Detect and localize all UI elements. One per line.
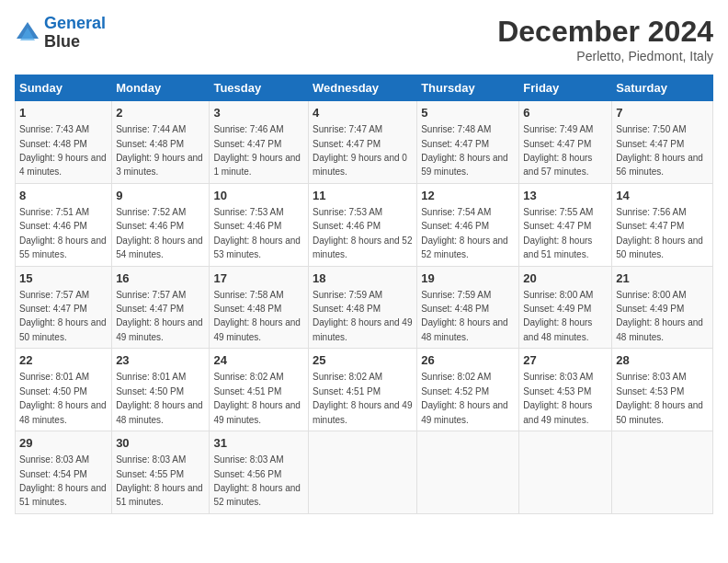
logo: General Blue [15, 15, 106, 52]
calendar-cell: 22Sunrise: 8:01 AMSunset: 4:50 PMDayligh… [16, 349, 112, 431]
day-number: 15 [19, 270, 108, 287]
main-title: December 2024 [497, 15, 713, 49]
day-number: 25 [313, 352, 413, 369]
day-number: 29 [19, 435, 108, 452]
calendar-cell: 18Sunrise: 7:59 AMSunset: 4:48 PMDayligh… [309, 266, 417, 349]
calendar-cell: 8Sunrise: 7:51 AMSunset: 4:46 PMDaylight… [16, 183, 112, 266]
day-info: Sunrise: 7:51 AMSunset: 4:46 PMDaylight:… [19, 207, 107, 259]
calendar-cell: 9Sunrise: 7:52 AMSunset: 4:46 PMDaylight… [112, 183, 210, 266]
calendar-cell: 25Sunrise: 8:02 AMSunset: 4:51 PMDayligh… [309, 349, 417, 431]
day-info: Sunrise: 7:59 AMSunset: 4:48 PMDaylight:… [313, 290, 412, 342]
day-number: 9 [116, 188, 205, 204]
day-info: Sunrise: 8:02 AMSunset: 4:51 PMDaylight:… [313, 372, 412, 424]
logo-text: General Blue [44, 15, 106, 52]
calendar-cell: 10Sunrise: 7:53 AMSunset: 4:46 PMDayligh… [210, 183, 309, 266]
calendar-cell: 4Sunrise: 7:47 AMSunset: 4:47 PMDaylight… [309, 101, 417, 184]
day-number: 8 [19, 188, 108, 204]
day-info: Sunrise: 8:01 AMSunset: 4:50 PMDaylight:… [19, 372, 107, 424]
day-number: 28 [616, 352, 709, 369]
calendar-week-row: 22Sunrise: 8:01 AMSunset: 4:50 PMDayligh… [16, 349, 713, 431]
calendar-cell: 12Sunrise: 7:54 AMSunset: 4:46 PMDayligh… [417, 183, 519, 266]
calendar-cell: 6Sunrise: 7:49 AMSunset: 4:47 PMDaylight… [519, 101, 612, 184]
day-info: Sunrise: 7:52 AMSunset: 4:46 PMDaylight:… [116, 207, 203, 259]
calendar-cell: 24Sunrise: 8:02 AMSunset: 4:51 PMDayligh… [210, 349, 309, 431]
day-number: 12 [421, 188, 515, 204]
day-number: 31 [213, 435, 304, 452]
calendar-cell: 19Sunrise: 7:59 AMSunset: 4:48 PMDayligh… [417, 266, 519, 349]
day-number: 22 [19, 352, 108, 369]
calendar-cell: 30Sunrise: 8:03 AMSunset: 4:55 PMDayligh… [112, 431, 210, 514]
day-info: Sunrise: 8:03 AMSunset: 4:55 PMDaylight:… [116, 454, 203, 507]
calendar-cell: 31Sunrise: 8:03 AMSunset: 4:56 PMDayligh… [210, 431, 309, 514]
calendar-week-row: 15Sunrise: 7:57 AMSunset: 4:47 PMDayligh… [16, 266, 713, 349]
day-number: 6 [523, 105, 608, 121]
calendar-week-row: 8Sunrise: 7:51 AMSunset: 4:46 PMDaylight… [16, 183, 713, 266]
header-day-saturday: Saturday [612, 75, 713, 101]
day-info: Sunrise: 7:46 AMSunset: 4:47 PMDaylight:… [213, 124, 301, 177]
day-number: 14 [616, 188, 709, 204]
day-number: 4 [313, 105, 413, 121]
day-number: 7 [616, 105, 709, 121]
calendar-table: SundayMondayTuesdayWednesdayThursdayFrid… [15, 75, 713, 514]
day-info: Sunrise: 7:54 AMSunset: 4:46 PMDaylight:… [421, 207, 508, 259]
day-info: Sunrise: 7:48 AMSunset: 4:47 PMDaylight:… [421, 124, 508, 177]
day-number: 23 [116, 352, 205, 369]
page-header: General Blue December 2024 Perletto, Pie… [15, 15, 713, 63]
day-number: 24 [213, 352, 304, 369]
calendar-cell: 1Sunrise: 7:43 AMSunset: 4:48 PMDaylight… [16, 101, 112, 184]
calendar-cell: 20Sunrise: 8:00 AMSunset: 4:49 PMDayligh… [519, 266, 612, 349]
day-number: 17 [213, 270, 304, 287]
day-number: 13 [523, 188, 608, 204]
calendar-cell: 2Sunrise: 7:44 AMSunset: 4:48 PMDaylight… [112, 101, 210, 184]
day-info: Sunrise: 7:43 AMSunset: 4:48 PMDaylight:… [19, 124, 107, 177]
header-day-sunday: Sunday [16, 75, 112, 101]
day-number: 3 [213, 105, 304, 121]
calendar-cell [612, 431, 713, 514]
calendar-cell: 14Sunrise: 7:56 AMSunset: 4:47 PMDayligh… [612, 183, 713, 266]
day-info: Sunrise: 7:53 AMSunset: 4:46 PMDaylight:… [313, 207, 412, 259]
day-info: Sunrise: 8:02 AMSunset: 4:52 PMDaylight:… [421, 372, 508, 424]
day-number: 2 [116, 105, 205, 121]
day-info: Sunrise: 7:57 AMSunset: 4:47 PMDaylight:… [19, 290, 107, 342]
day-info: Sunrise: 8:03 AMSunset: 4:53 PMDaylight:… [523, 372, 593, 424]
logo-line1: General [44, 14, 106, 32]
day-number: 5 [421, 105, 515, 121]
calendar-cell: 29Sunrise: 8:03 AMSunset: 4:54 PMDayligh… [16, 431, 112, 514]
day-number: 19 [421, 270, 515, 287]
day-number: 26 [421, 352, 515, 369]
calendar-header-row: SundayMondayTuesdayWednesdayThursdayFrid… [16, 75, 713, 101]
day-info: Sunrise: 7:53 AMSunset: 4:46 PMDaylight:… [213, 207, 301, 259]
day-info: Sunrise: 8:03 AMSunset: 4:53 PMDaylight:… [616, 372, 703, 424]
day-info: Sunrise: 7:55 AMSunset: 4:47 PMDaylight:… [523, 207, 593, 259]
calendar-cell: 21Sunrise: 8:00 AMSunset: 4:49 PMDayligh… [612, 266, 713, 349]
header-day-wednesday: Wednesday [309, 75, 417, 101]
calendar-cell [519, 431, 612, 514]
calendar-cell: 28Sunrise: 8:03 AMSunset: 4:53 PMDayligh… [612, 349, 713, 431]
header-day-friday: Friday [519, 75, 612, 101]
calendar-cell: 5Sunrise: 7:48 AMSunset: 4:47 PMDaylight… [417, 101, 519, 184]
header-day-monday: Monday [112, 75, 210, 101]
logo-line2: Blue [44, 33, 106, 52]
subtitle: Perletto, Piedmont, Italy [497, 49, 713, 63]
calendar-cell: 11Sunrise: 7:53 AMSunset: 4:46 PMDayligh… [309, 183, 417, 266]
calendar-cell [417, 431, 519, 514]
day-info: Sunrise: 7:49 AMSunset: 4:47 PMDaylight:… [523, 124, 593, 177]
day-info: Sunrise: 8:00 AMSunset: 4:49 PMDaylight:… [616, 290, 703, 342]
calendar-cell: 17Sunrise: 7:58 AMSunset: 4:48 PMDayligh… [210, 266, 309, 349]
day-info: Sunrise: 7:57 AMSunset: 4:47 PMDaylight:… [116, 290, 203, 342]
calendar-cell: 13Sunrise: 7:55 AMSunset: 4:47 PMDayligh… [519, 183, 612, 266]
day-number: 11 [313, 188, 413, 204]
calendar-cell: 7Sunrise: 7:50 AMSunset: 4:47 PMDaylight… [612, 101, 713, 184]
day-info: Sunrise: 8:03 AMSunset: 4:54 PMDaylight:… [19, 454, 107, 507]
day-info: Sunrise: 8:02 AMSunset: 4:51 PMDaylight:… [213, 372, 301, 424]
title-block: December 2024 Perletto, Piedmont, Italy [497, 15, 713, 63]
day-number: 1 [19, 105, 108, 121]
calendar-cell: 26Sunrise: 8:02 AMSunset: 4:52 PMDayligh… [417, 349, 519, 431]
day-info: Sunrise: 8:01 AMSunset: 4:50 PMDaylight:… [116, 372, 203, 424]
day-number: 10 [213, 188, 304, 204]
day-info: Sunrise: 8:03 AMSunset: 4:56 PMDaylight:… [213, 454, 301, 507]
day-number: 27 [523, 352, 608, 369]
header-day-thursday: Thursday [417, 75, 519, 101]
calendar-week-row: 29Sunrise: 8:03 AMSunset: 4:54 PMDayligh… [16, 431, 713, 514]
calendar-cell: 3Sunrise: 7:46 AMSunset: 4:47 PMDaylight… [210, 101, 309, 184]
